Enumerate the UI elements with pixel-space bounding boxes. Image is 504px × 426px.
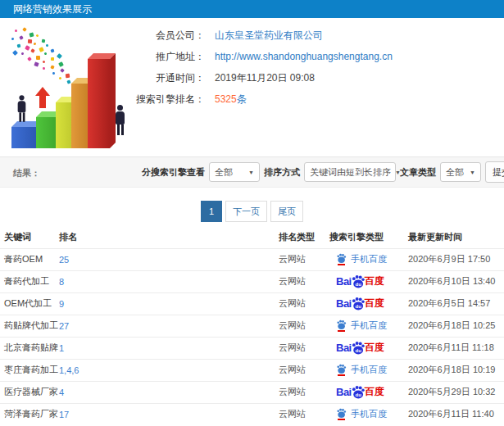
confetti-dot bbox=[35, 34, 39, 37]
baidu-paw-icon: du bbox=[351, 341, 366, 356]
businessman-figure-right bbox=[116, 105, 125, 135]
baidu-paw-icon: du bbox=[351, 297, 366, 311]
column-header-4: 最新更新时间 bbox=[408, 227, 504, 248]
confetti-dot bbox=[66, 74, 70, 79]
page-button-current[interactable]: 1 bbox=[201, 201, 222, 222]
result-label: 结果： bbox=[13, 167, 40, 179]
table-row: 枣庄膏药加工1,4,6云网站 手机百度2020年6月18日 10:19 bbox=[0, 359, 504, 381]
keyword-cell: 枣庄膏药加工 bbox=[0, 359, 59, 381]
table-row: 北京膏药贴牌1云网站Bai du 百度2020年6月11日 11:18 bbox=[0, 337, 504, 359]
table-row: 菏泽膏药厂家17云网站 手机百度2020年6月11日 11:40 bbox=[0, 403, 504, 425]
rank-type-cell: 云网站 bbox=[279, 248, 329, 270]
filter-bar: 结果： 分搜索引擎查看 全部 ▼ 排序方式 关键词由短到长排序 ▼ 文章类型 全… bbox=[0, 156, 504, 188]
mobile-baidu-logo: 手机百度 bbox=[336, 408, 387, 420]
pagination: 1 下一页 尾页 bbox=[0, 201, 504, 222]
svg-text:du: du bbox=[355, 392, 361, 397]
confetti-dot bbox=[46, 44, 49, 48]
rank-cell: 27 bbox=[59, 315, 279, 337]
confetti-dot bbox=[43, 67, 46, 70]
keyword-ranking-table: 关键词排名排名类型搜索引擎类型最新更新时间 膏药OEM25云网站 手机百度202… bbox=[0, 227, 504, 425]
rank-link[interactable]: 1,4,6 bbox=[59, 365, 79, 375]
rank-type-cell: 云网站 bbox=[279, 359, 329, 381]
confetti-dot bbox=[58, 61, 64, 67]
column-header-3: 搜索引擎类型 bbox=[329, 227, 408, 248]
rank-type-cell: 云网站 bbox=[279, 337, 329, 359]
svg-text:du: du bbox=[355, 303, 361, 308]
baidu-logo: Bai du 百度 bbox=[336, 274, 384, 289]
page: 网络营销效果展示 会员公司： 山东皇圣堂药业有限公司 推广地址： http://… bbox=[0, 0, 504, 426]
article-type-select[interactable]: 全部 ▼ bbox=[440, 162, 481, 182]
next-page-button[interactable]: 下一页 bbox=[225, 201, 267, 222]
mobile-baidu-paw-icon bbox=[336, 253, 347, 265]
rank-cell: 4 bbox=[59, 381, 279, 403]
confetti-dot bbox=[28, 39, 32, 43]
sort-select[interactable]: 关键词由短到长排序 ▼ bbox=[304, 162, 396, 182]
table-row: 膏药代加工8云网站Bai du 百度2020年6月10日 13:40 bbox=[0, 270, 504, 292]
baidu-logo: Bai du 百度 bbox=[336, 297, 384, 311]
engine-type-cell: 手机百度 bbox=[329, 403, 408, 425]
rank-link[interactable]: 8 bbox=[59, 277, 64, 287]
rank-type-cell: 云网站 bbox=[279, 403, 329, 425]
sort-select-value: 关键词由短到长排序 bbox=[310, 166, 391, 179]
table-row: 医疗器械厂家4云网站Bai du 百度2020年5月29日 10:32 bbox=[0, 381, 504, 403]
confetti-dot bbox=[30, 48, 34, 52]
table-row: 药贴牌代加工27云网站 手机百度2020年6月18日 10:25 bbox=[0, 315, 504, 337]
confetti-dot bbox=[34, 61, 39, 66]
rank-link[interactable]: 4 bbox=[59, 387, 64, 397]
engine-type-cell: Bai du 百度 bbox=[329, 381, 408, 403]
confetti-dot bbox=[29, 32, 34, 37]
rank-link[interactable]: 27 bbox=[59, 321, 69, 331]
confetti-dot bbox=[21, 52, 24, 55]
svg-text:du: du bbox=[355, 347, 361, 352]
table-row: OEM代加工9云网站Bai du 百度2020年6月5日 14:57 bbox=[0, 292, 504, 315]
sort-filter-label: 排序方式 bbox=[264, 166, 300, 179]
rank-cell: 1,4,6 bbox=[59, 359, 279, 381]
keyword-cell: 北京膏药贴牌 bbox=[0, 337, 59, 359]
promotion-url-link[interactable]: http://www.shandonghuangshengtang.cn bbox=[215, 51, 393, 62]
keyword-cell: OEM代加工 bbox=[0, 292, 59, 315]
confetti-dot bbox=[50, 65, 54, 69]
company-label: 会员公司： bbox=[123, 29, 205, 43]
submit-button[interactable]: 提交 bbox=[485, 161, 504, 183]
update-time-cell: 2020年6月9日 17:50 bbox=[408, 248, 504, 270]
chart-bar-1 bbox=[11, 127, 39, 148]
engine-select[interactable]: 全部 ▼ bbox=[209, 162, 260, 182]
confetti-dot bbox=[33, 42, 36, 45]
article-type-label: 文章类型 bbox=[400, 166, 436, 179]
update-time-cell: 2020年6月10日 13:40 bbox=[408, 270, 504, 292]
table-header-row: 关键词排名排名类型搜索引擎类型最新更新时间 bbox=[0, 227, 504, 248]
rank-link[interactable]: 9 bbox=[59, 299, 64, 309]
confetti-dot bbox=[12, 50, 18, 56]
mobile-baidu-paw-icon bbox=[336, 320, 347, 332]
update-time-cell: 2020年6月18日 10:25 bbox=[408, 315, 504, 337]
open-time-value: 2019年11月20日 09:08 bbox=[215, 71, 315, 85]
engine-select-value: 全部 bbox=[215, 166, 233, 179]
rank-link[interactable]: 17 bbox=[59, 410, 69, 419]
open-time-label: 开通时间： bbox=[123, 71, 205, 85]
company-link[interactable]: 山东皇圣堂药业有限公司 bbox=[215, 29, 323, 43]
rank-link[interactable]: 1 bbox=[59, 343, 64, 353]
confetti-dot bbox=[52, 72, 55, 75]
engine-rank-value: 5325条 bbox=[215, 93, 247, 106]
rank-cell: 1 bbox=[59, 337, 279, 359]
table-row: 膏药OEM25云网站 手机百度2020年6月9日 17:50 bbox=[0, 248, 504, 270]
update-time-cell: 2020年5月29日 10:32 bbox=[408, 381, 504, 403]
engine-filter-label: 分搜索引擎查看 bbox=[142, 166, 205, 179]
engine-type-cell: Bai du 百度 bbox=[329, 292, 408, 315]
rank-cell: 25 bbox=[59, 248, 279, 270]
engine-type-cell: Bai du 百度 bbox=[329, 270, 408, 292]
confetti-dot bbox=[51, 49, 55, 53]
rank-link[interactable]: 25 bbox=[59, 255, 69, 265]
confetti-dot bbox=[51, 57, 54, 61]
engine-rank-label: 搜索引擎排名： bbox=[123, 93, 205, 106]
promotion-url-label: 推广地址： bbox=[123, 50, 205, 64]
keyword-cell: 膏药OEM bbox=[0, 248, 59, 270]
last-page-button[interactable]: 尾页 bbox=[270, 201, 303, 222]
rank-cell: 8 bbox=[59, 270, 279, 292]
confetti-dot bbox=[19, 35, 24, 40]
rank-type-cell: 云网站 bbox=[279, 381, 329, 403]
up-arrow-icon bbox=[35, 87, 50, 108]
confetti-dot bbox=[42, 60, 45, 63]
keyword-cell: 菏泽膏药厂家 bbox=[0, 403, 59, 425]
keyword-cell: 医疗器械厂家 bbox=[0, 381, 59, 403]
